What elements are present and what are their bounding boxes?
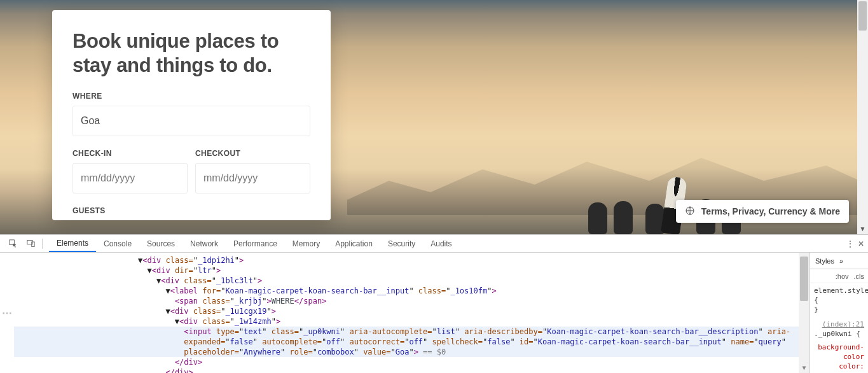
devtools-close-icon[interactable]: ✕: [858, 239, 864, 248]
styles-panel: Styles » :hov .cls element.style { } (in…: [809, 253, 868, 373]
page-scrollbar[interactable]: ▲ ▼: [857, 0, 868, 234]
styles-tab[interactable]: Styles: [815, 257, 834, 265]
devtools-kebab-icon[interactable]: ⋮: [846, 239, 854, 248]
devtools-tab-sources[interactable]: Sources: [139, 235, 183, 252]
styles-more-icon[interactable]: »: [839, 257, 843, 265]
page-viewport: Book unique places to stay and things to…: [0, 0, 868, 234]
cls-toggle[interactable]: .cls: [854, 272, 865, 280]
people-silhouette: [588, 164, 754, 234]
checkout-field: CHECKOUT: [195, 149, 310, 194]
checkout-input[interactable]: [195, 163, 310, 194]
separator: [42, 239, 43, 249]
checkin-input[interactable]: [72, 163, 188, 194]
device-toolbar-icon[interactable]: [22, 235, 39, 253]
scroll-down-arrow-icon[interactable]: ▼: [857, 223, 868, 234]
where-label: WHERE: [72, 92, 310, 101]
devtools-tab-performance[interactable]: Performance: [226, 235, 285, 252]
dom-scrollbar[interactable]: ▲ ▼: [799, 253, 809, 373]
checkin-field: CHECK-IN: [72, 149, 188, 194]
checkout-label: CHECKOUT: [195, 149, 310, 158]
hov-toggle[interactable]: :hov: [836, 272, 849, 280]
scroll-thumb[interactable]: [858, 1, 867, 31]
styles-rules[interactable]: element.style { } (index):21 ._up0kwni {…: [810, 283, 868, 373]
where-input[interactable]: [72, 106, 310, 136]
elements-dom-tree[interactable]: ▼<div class="_1dpi2hi"> ▼<div dir="ltr">…: [14, 253, 809, 373]
devtools-tab-application[interactable]: Application: [327, 235, 380, 252]
devtools-tabbar: ElementsConsoleSourcesNetworkPerformance…: [0, 235, 868, 253]
where-field: WHERE: [72, 92, 310, 136]
guests-field: GUESTS: [72, 206, 310, 215]
devtools-tab-elements[interactable]: Elements: [49, 235, 96, 252]
headline: Book unique places to stay and things to…: [72, 29, 310, 78]
checkin-label: CHECK-IN: [72, 149, 188, 158]
devtools-tab-audits[interactable]: Audits: [423, 235, 459, 252]
devtools-panel: ElementsConsoleSourcesNetworkPerformance…: [0, 234, 868, 373]
devtools-tab-network[interactable]: Network: [183, 235, 226, 252]
footer-links-label: Terms, Privacy, Currency & More: [701, 206, 840, 216]
scroll-thumb[interactable]: [800, 257, 808, 301]
globe-icon: [685, 206, 695, 218]
devtools-tab-console[interactable]: Console: [96, 235, 139, 252]
inspect-element-icon[interactable]: [4, 235, 22, 253]
footer-links-chip[interactable]: Terms, Privacy, Currency & More: [676, 200, 849, 223]
search-card: Book unique places to stay and things to…: [52, 10, 331, 220]
devtools-tab-memory[interactable]: Memory: [285, 235, 327, 252]
devtools-gutter: ⋯: [0, 253, 14, 373]
guests-label: GUESTS: [72, 206, 310, 215]
scroll-down-arrow-icon[interactable]: ▼: [799, 362, 809, 373]
devtools-tab-security[interactable]: Security: [380, 235, 423, 252]
